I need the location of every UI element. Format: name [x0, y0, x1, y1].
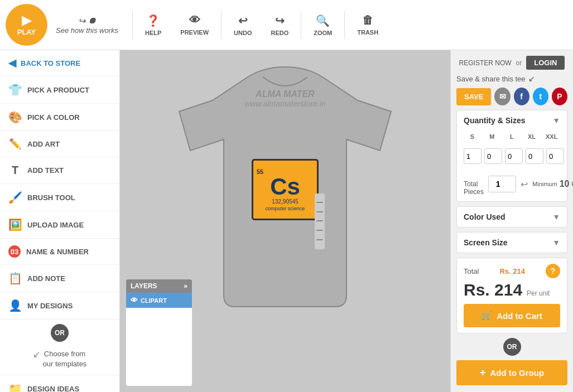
redo-label: REDO [271, 30, 288, 36]
register-label[interactable]: REGISTER NOW [459, 59, 512, 67]
add-to-group-button[interactable]: + Add to Group [456, 360, 567, 385]
back-arrow-icon: ◀ [8, 57, 16, 69]
play-button[interactable]: ▶ PLAY [6, 4, 47, 46]
element-mass: 132,90545 [272, 199, 298, 205]
quantity-sizes-header[interactable]: Quantity & Sizes ▼ [457, 110, 567, 130]
minimum-info: Minimum 10 Pieces [532, 179, 573, 189]
layers-label: LAYERS [131, 282, 157, 290]
trash-icon: 🗑 [362, 14, 373, 27]
add-to-cart-button[interactable]: 🛒 Add to Cart [464, 304, 560, 327]
divider4 [344, 11, 345, 39]
facebook-share-button[interactable]: f [514, 88, 529, 105]
email-share-button[interactable]: ✉ [494, 88, 510, 105]
size-xxl-label: XXL [543, 133, 560, 140]
trash-label: TRASH [357, 29, 378, 36]
image-icon: 🖼️ [8, 218, 22, 231]
play-label: PLAY [17, 28, 36, 36]
help-tool[interactable]: ❓ HELP [138, 11, 168, 39]
help-label: HELP [145, 30, 161, 36]
eye-icon: 👁 [131, 296, 138, 304]
size-xl-input[interactable] [526, 148, 543, 164]
see-how-works[interactable]: ↪ ⏺ See how this works [56, 16, 118, 35]
back-to-store-button[interactable]: ◀ BACK TO STORE [0, 50, 119, 76]
auth-row: REGISTER NOW or LOGIN [456, 56, 567, 70]
pinterest-share-button[interactable]: P [552, 88, 567, 105]
user-icon: 👤 [8, 299, 22, 312]
size-l-input[interactable] [505, 148, 523, 164]
sidebar-item-my-designs[interactable]: 👤 MY DESIGNS [0, 292, 119, 320]
preview-icon: 👁 [189, 14, 200, 27]
color-used-header[interactable]: Color Used ▼ [457, 207, 567, 227]
size-m-input[interactable] [484, 148, 502, 164]
main-content: ◀ BACK TO STORE 👕 PICK A PRODUCT 🎨 PICK … [0, 50, 573, 392]
my-designs-label: MY DESIGNS [27, 302, 73, 310]
sidebar-item-pick-color[interactable]: 🎨 PICK A COLOR [0, 104, 119, 131]
add-note-label: ADD NOTE [27, 274, 65, 283]
or-badge-left: OR [51, 324, 69, 342]
screen-chevron-icon: ▼ [552, 238, 560, 247]
element-name: computer science [266, 206, 305, 211]
sidebar-item-upload-image[interactable]: 🖼️ UPLOAD IMAGE [0, 211, 119, 239]
art-icon: ✏️ [8, 138, 22, 150]
help-price-icon[interactable]: ? [546, 264, 560, 278]
handle-line [316, 220, 323, 221]
layers-header[interactable]: LAYERS » [126, 279, 192, 293]
or-text: or [516, 59, 522, 67]
size-m-label: M [484, 133, 501, 140]
handle-line [316, 211, 323, 212]
cart-icon: 🛒 [481, 311, 492, 321]
total-amount: Rs. 214 [499, 267, 525, 275]
undo-tool[interactable]: ↩ UNDO [227, 11, 258, 39]
element-symbol: Cs [270, 175, 300, 199]
resize-handle[interactable] [315, 193, 325, 249]
email-icon: ✉ [499, 92, 506, 101]
tshirt-icon: 👕 [8, 83, 22, 96]
help-icon: ❓ [146, 14, 160, 27]
size-s-label: S [464, 133, 481, 140]
arrow-icon: ↪ [78, 16, 85, 26]
sidebar-item-design-ideas[interactable]: 📁 DESIGN IDEAS [0, 375, 119, 392]
per-unit-label: Per unit [527, 289, 550, 297]
layers-expand-icon: » [184, 282, 187, 290]
save-button[interactable]: SAVE [456, 88, 491, 105]
login-button[interactable]: LOGIN [526, 56, 565, 70]
or-circle-right: OR [456, 338, 567, 356]
zoom-label: ZOOM [314, 30, 332, 36]
save-share-text: Save & share this tee [456, 75, 526, 83]
size-xxl-input[interactable] [546, 148, 564, 164]
total-pieces-input[interactable] [488, 176, 516, 192]
sidebar-item-add-note[interactable]: 📋 ADD NOTE [0, 265, 119, 292]
zoom-tool[interactable]: 🔍 ZOOM [307, 11, 339, 39]
size-s-input[interactable] [464, 148, 481, 164]
handle-line [316, 202, 323, 203]
reset-icon[interactable]: ↩ [521, 179, 528, 190]
plus-icon: + [480, 367, 486, 379]
sidebar-item-brush-tool[interactable]: 🖌️ BRUSH TOOL [0, 184, 119, 211]
left-sidebar: ◀ BACK TO STORE 👕 PICK A PRODUCT 🎨 PICK … [0, 50, 120, 392]
layers-clipart-item[interactable]: 👁 CLIPART [126, 293, 192, 308]
quantity-sizes-label: Quantity & Sizes [464, 116, 525, 125]
big-price: Rs. 214 [464, 280, 522, 299]
cs-element[interactable]: 55 Cs 132,90545 computer science [252, 159, 319, 220]
size-inputs-row [457, 146, 567, 170]
twitter-share-button[interactable]: t [533, 88, 548, 105]
sidebar-item-add-art[interactable]: ✏️ ADD ART [0, 131, 119, 157]
clipart-label: CLIPART [141, 297, 167, 304]
preview-tool[interactable]: 👁 PREVIEW [174, 11, 215, 38]
screen-size-header[interactable]: Screen Size ▼ [457, 233, 567, 253]
sidebar-item-pick-product[interactable]: 👕 PICK A PRODUCT [0, 76, 119, 104]
add-to-cart-label: Add to Cart [497, 311, 542, 321]
redo-tool[interactable]: ↪ REDO [264, 11, 295, 39]
palette-icon: 🎨 [8, 110, 22, 124]
sidebar-item-add-text[interactable]: T ADD TEXT [0, 157, 119, 184]
sidebar-item-name-number[interactable]: 03 NAME & NUMBER [0, 239, 119, 265]
choose-templates[interactable]: ↙ Choose from our templates [0, 346, 119, 375]
add-text-label: ADD TEXT [27, 166, 64, 175]
trash-tool[interactable]: 🗑 TRASH [350, 11, 385, 38]
share-arrow-icon: ↙ [528, 74, 535, 83]
minimum-label: Minimum [532, 181, 557, 187]
action-row: SAVE ✉ f t P [456, 88, 567, 105]
total-price-row: Total Rs. 214 ? [464, 264, 560, 278]
screen-size-section: Screen Size ▼ [456, 232, 567, 253]
divider2 [221, 11, 222, 39]
